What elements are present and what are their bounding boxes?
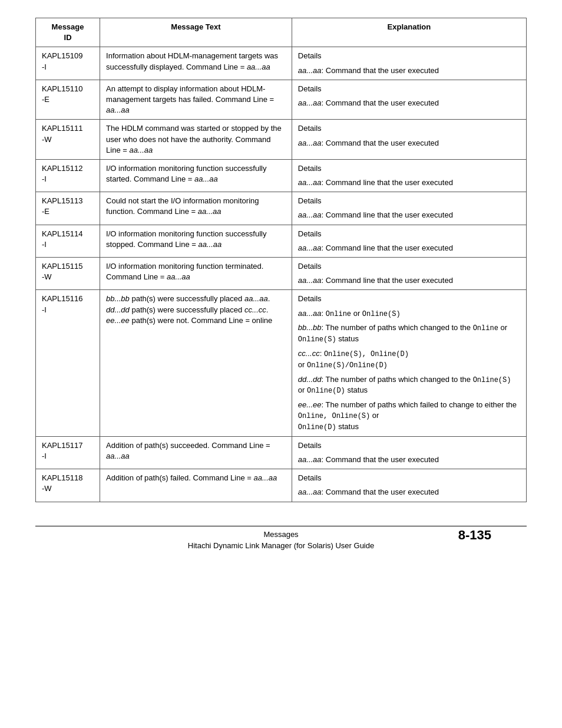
exp-item: aa...aa: Command that the user executed (298, 98, 520, 108)
cell-exp: Detailsaa...aa: Command that the user ex… (292, 80, 526, 120)
table-row: KAPL15117-IAddition of path(s) succeeded… (36, 436, 527, 469)
cell-msg: Information about HDLM-management target… (100, 47, 292, 80)
footer-page: 8-135 (458, 528, 491, 543)
exp-item: bb...bb: The number of paths which chang… (298, 322, 520, 345)
cell-exp: Detailsaa...aa: Command that the user ex… (292, 47, 526, 80)
table-row: KAPL15112-II/O information monitoring fu… (36, 159, 527, 192)
cell-msg: Addition of path(s) failed. Command Line… (100, 469, 292, 502)
cell-exp: Detailsaa...aa: Command that the user ex… (292, 120, 526, 160)
table-row: KAPL15114-II/O information monitoring fu… (36, 225, 527, 257)
cell-msg: I/O information monitoring function succ… (100, 159, 292, 192)
cell-exp: Detailsaa...aa: Command line that the us… (292, 258, 526, 290)
cell-id: KAPL15117-I (36, 436, 100, 469)
table-row: KAPL15110-EAn attempt to display informa… (36, 80, 527, 120)
table-row: KAPL15109-IInformation about HDLM-manage… (36, 47, 527, 80)
cell-id: KAPL15109-I (36, 47, 100, 80)
details-label: Details (298, 473, 520, 483)
exp-item: aa...aa: Command line that the user exec… (298, 210, 520, 220)
exp-item: ee...ee: The number of paths which faile… (298, 400, 520, 433)
exp-item: aa...aa: Command that the user executed (298, 487, 520, 498)
cell-exp: Detailsaa...aa: Command line that the us… (292, 159, 526, 192)
cell-id: KAPL15113-E (36, 192, 100, 225)
exp-item: aa...aa: Command line that the user exec… (298, 243, 520, 253)
exp-item: aa...aa: Command line that the user exec… (298, 275, 520, 286)
cell-msg: Could not start the I/O information moni… (100, 192, 292, 225)
table-row: KAPL15116-Ibb...bb path(s) were successf… (36, 290, 527, 437)
exp-item: aa...aa: Command line that the user exec… (298, 177, 520, 188)
details-label: Details (298, 84, 520, 94)
header-msg: Message Text (100, 18, 292, 47)
exp-item: aa...aa: Online or Online(S) (298, 308, 520, 319)
details-label: Details (298, 229, 520, 239)
details-label: Details (298, 294, 520, 304)
cell-id: KAPL15110-E (36, 80, 100, 120)
cell-exp: Detailsaa...aa: Command that the user ex… (292, 436, 526, 469)
cell-id: KAPL15111-W (36, 120, 100, 160)
cell-exp: Detailsaa...aa: Command line that the us… (292, 225, 526, 257)
header-exp: Explanation (292, 18, 526, 47)
cell-exp: Detailsaa...aa: Command that the user ex… (292, 469, 526, 502)
cell-msg: An attempt to display information about … (100, 80, 292, 120)
cell-id: KAPL15112-I (36, 159, 100, 192)
table-row: KAPL15118-WAddition of path(s) failed. C… (36, 469, 527, 502)
main-table: MessageID Message Text Explanation KAPL1… (35, 18, 527, 502)
footer-section: Messages (263, 530, 298, 539)
exp-item: aa...aa: Command that the user executed (298, 454, 520, 465)
cell-msg: The HDLM command was started or stopped … (100, 120, 292, 160)
exp-item: aa...aa: Command that the user executed (298, 138, 520, 149)
cell-id: KAPL15116-I (36, 290, 100, 437)
cell-id: KAPL15118-W (36, 469, 100, 502)
table-row: KAPL15111-WThe HDLM command was started … (36, 120, 527, 160)
cell-exp: Detailsaa...aa: Online or Online(S)bb...… (292, 290, 526, 437)
exp-item: cc...cc: Online(S), Online(D)or Online(S… (298, 348, 520, 371)
details-label: Details (298, 163, 520, 174)
details-label: Details (298, 51, 520, 61)
cell-msg: I/O information monitoring function succ… (100, 225, 292, 257)
table-row: KAPL15115-WI/O information monitoring fu… (36, 258, 527, 290)
details-label: Details (298, 123, 520, 134)
details-label: Details (298, 440, 520, 451)
cell-msg: I/O information monitoring function term… (100, 258, 292, 290)
details-label: Details (298, 261, 520, 272)
cell-id: KAPL15115-W (36, 258, 100, 290)
page-footer: Messages 8-135 Hitachi Dynamic Link Mana… (35, 526, 527, 550)
page-wrapper: MessageID Message Text Explanation KAPL1… (35, 18, 527, 550)
header-id: MessageID (36, 18, 100, 47)
cell-exp: Detailsaa...aa: Command line that the us… (292, 192, 526, 225)
exp-item: aa...aa: Command that the user executed (298, 65, 520, 76)
cell-msg: bb...bb path(s) were successfully placed… (100, 290, 292, 437)
cell-msg: Addition of path(s) succeeded. Command L… (100, 436, 292, 469)
exp-item: dd...dd: The number of paths which chang… (298, 374, 520, 397)
details-label: Details (298, 196, 520, 206)
footer-row: Messages 8-135 (35, 530, 527, 541)
table-row: KAPL15113-ECould not start the I/O infor… (36, 192, 527, 225)
footer-guide: Hitachi Dynamic Link Manager (for Solari… (35, 541, 527, 550)
cell-id: KAPL15114-I (36, 225, 100, 257)
